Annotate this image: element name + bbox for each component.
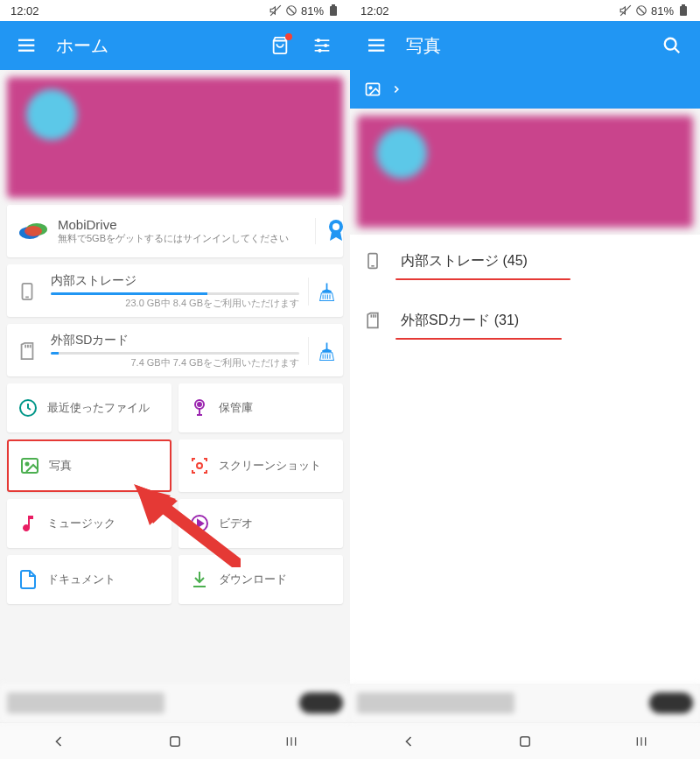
external-storage-card[interactable]: 外部SDカード 7.4 GB中 7.4 GBをご利用いただけます bbox=[7, 324, 343, 376]
battery-icon bbox=[327, 4, 340, 17]
svg-point-45 bbox=[665, 39, 676, 50]
annotation-underline bbox=[396, 278, 570, 280]
page-title: 写真 bbox=[399, 34, 651, 58]
clean-icon[interactable] bbox=[308, 337, 336, 365]
image-icon bbox=[19, 455, 40, 476]
status-bar: 12:02 81% bbox=[350, 0, 700, 21]
svg-point-13 bbox=[318, 49, 321, 53]
svg-rect-7 bbox=[18, 50, 34, 52]
page-title: ホーム bbox=[49, 34, 259, 58]
vault-icon bbox=[189, 397, 210, 418]
svg-rect-4 bbox=[332, 4, 335, 6]
document-icon bbox=[18, 569, 38, 590]
nav-bar bbox=[0, 722, 350, 759]
battery-icon bbox=[677, 4, 690, 17]
grid-photos[interactable]: 写真 bbox=[7, 439, 172, 492]
clock-icon bbox=[18, 397, 38, 418]
nav-recent[interactable] bbox=[265, 728, 318, 755]
mobidrive-card[interactable]: MobiDrive 無料で5GBをゲットするにはサインインしてください bbox=[7, 205, 343, 257]
grid-music[interactable]: ミュージック bbox=[7, 499, 172, 548]
status-icons: 81% bbox=[270, 4, 340, 18]
external-label: 外部SDカード (31) bbox=[401, 312, 519, 330]
svg-line-2 bbox=[288, 8, 294, 14]
svg-rect-42 bbox=[368, 39, 384, 41]
shop-button[interactable] bbox=[259, 25, 301, 67]
svg-rect-5 bbox=[18, 39, 34, 41]
status-bar: 12:02 81% bbox=[0, 0, 350, 21]
mobidrive-subtitle: 無料で5GBをゲットするにはサインインしてください bbox=[58, 232, 303, 244]
svg-point-16 bbox=[24, 226, 42, 236]
nav-home[interactable] bbox=[499, 728, 551, 755]
screenshot-icon bbox=[189, 455, 210, 476]
sd-icon bbox=[364, 310, 385, 331]
status-time: 12:02 bbox=[10, 4, 39, 18]
svg-point-12 bbox=[324, 44, 327, 47]
promo-banner[interactable] bbox=[357, 116, 693, 228]
svg-rect-43 bbox=[368, 45, 384, 46]
internal-storage-card[interactable]: 内部ストレージ 23.0 GB中 8.4 GBをご利用いただけます bbox=[7, 264, 343, 317]
grid-recent[interactable]: 最近使ったファイル bbox=[7, 383, 172, 432]
status-icons: 81% bbox=[620, 4, 690, 18]
award-icon bbox=[315, 218, 336, 244]
notification-dot bbox=[285, 33, 292, 40]
ad-banner[interactable] bbox=[350, 684, 700, 722]
grid-video[interactable]: ビデオ bbox=[178, 499, 343, 548]
music-icon bbox=[18, 513, 38, 534]
breadcrumb bbox=[350, 70, 700, 109]
svg-line-39 bbox=[638, 8, 644, 14]
svg-rect-6 bbox=[18, 45, 34, 46]
menu-button[interactable] bbox=[357, 25, 399, 67]
search-button[interactable] bbox=[651, 25, 693, 67]
internal-label: 内部ストレージ (45) bbox=[401, 252, 528, 271]
screen-photos: 12:02 81% 写真 bbox=[350, 0, 700, 759]
ad-banner[interactable] bbox=[0, 684, 350, 722]
clean-icon[interactable] bbox=[308, 278, 336, 306]
grid-download[interactable]: ダウンロード bbox=[178, 555, 343, 604]
settings-button[interactable] bbox=[301, 25, 343, 67]
image-icon[interactable] bbox=[362, 79, 383, 100]
no-signal-icon bbox=[285, 4, 298, 17]
screen-home: 12:02 81% ホーム bbox=[0, 0, 350, 759]
svg-rect-3 bbox=[330, 6, 337, 16]
grid-vault[interactable]: 保管庫 bbox=[178, 383, 343, 432]
svg-point-11 bbox=[317, 39, 320, 42]
nav-recent[interactable] bbox=[615, 728, 668, 755]
svg-point-26 bbox=[198, 403, 201, 406]
promo-banner[interactable] bbox=[7, 77, 343, 198]
battery-text: 81% bbox=[301, 4, 324, 18]
svg-point-29 bbox=[197, 463, 202, 468]
svg-rect-40 bbox=[680, 6, 687, 16]
video-icon bbox=[189, 513, 210, 534]
svg-rect-44 bbox=[368, 50, 384, 52]
svg-rect-10 bbox=[315, 50, 330, 52]
internal-title: 内部ストレージ bbox=[51, 273, 299, 289]
grid-screenshot[interactable]: スクリーンショット bbox=[178, 439, 343, 492]
mobidrive-title: MobiDrive bbox=[58, 217, 303, 232]
mobidrive-icon bbox=[18, 215, 49, 247]
svg-point-48 bbox=[369, 87, 372, 89]
internal-detail: 23.0 GB中 8.4 GBをご利用いただけます bbox=[51, 297, 299, 310]
phone-icon bbox=[364, 250, 385, 271]
svg-point-18 bbox=[332, 223, 340, 230]
external-title: 外部SDカード bbox=[51, 333, 299, 348]
svg-rect-41 bbox=[682, 4, 685, 6]
mute-icon bbox=[270, 4, 282, 17]
external-detail: 7.4 GB中 7.4 GBをご利用いただけます bbox=[51, 356, 299, 369]
app-bar-photos: 写真 bbox=[350, 21, 700, 70]
sd-icon bbox=[18, 339, 42, 363]
nav-bar bbox=[350, 722, 700, 759]
no-signal-icon bbox=[635, 4, 648, 17]
grid-document[interactable]: ドキュメント bbox=[7, 555, 172, 604]
status-time: 12:02 bbox=[360, 4, 389, 18]
svg-point-28 bbox=[26, 463, 29, 466]
app-bar-home: ホーム bbox=[0, 21, 350, 70]
nav-back[interactable] bbox=[32, 728, 85, 755]
chevron-right-icon bbox=[390, 83, 402, 95]
nav-back[interactable] bbox=[382, 728, 435, 755]
phone-icon bbox=[18, 279, 42, 304]
nav-home[interactable] bbox=[149, 728, 201, 755]
battery-text: 81% bbox=[651, 4, 674, 18]
mute-icon bbox=[620, 4, 632, 17]
menu-button[interactable] bbox=[7, 25, 49, 67]
download-icon bbox=[189, 569, 210, 590]
